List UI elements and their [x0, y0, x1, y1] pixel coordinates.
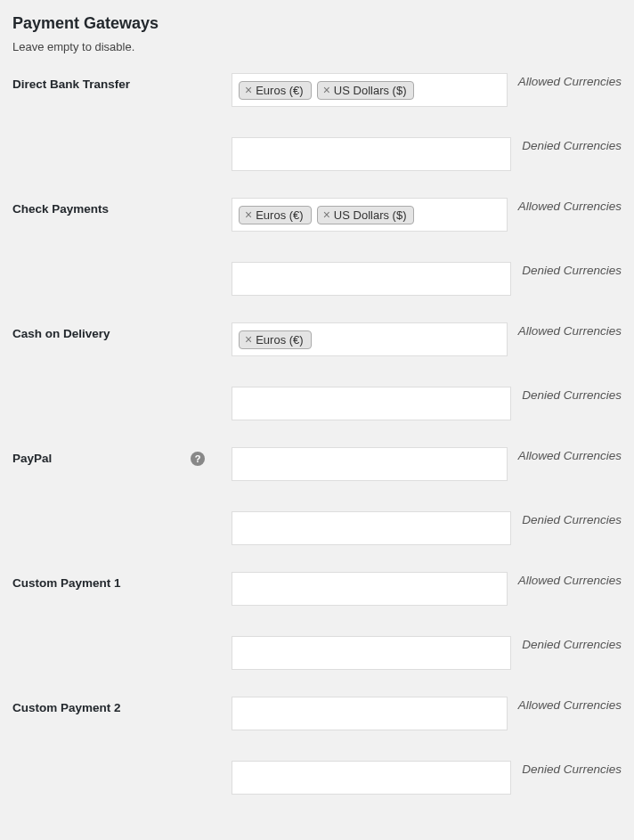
- currency-tag-label: Euros (€): [256, 333, 303, 347]
- allowed-currencies-row: ×Euros (€)×US Dollars ($)Allowed Currenc…: [232, 198, 622, 232]
- denied-currencies-input[interactable]: [232, 137, 511, 171]
- gateway-label: PayPal?: [12, 452, 217, 465]
- denied-currencies-row: Denied Currencies: [232, 387, 622, 420]
- allowed-currencies-label: Allowed Currencies: [518, 198, 622, 213]
- remove-tag-icon[interactable]: ×: [323, 208, 330, 221]
- gateway-custom-payment-2: Custom Payment 2Allowed CurrenciesDenied…: [12, 697, 622, 821]
- help-icon[interactable]: ?: [191, 452, 205, 466]
- section-title: Payment Gateways: [12, 14, 622, 33]
- denied-currencies-row: Denied Currencies: [232, 511, 622, 545]
- gateway-label: Check Payments: [12, 202, 217, 216]
- denied-currencies-input[interactable]: [232, 761, 511, 795]
- allowed-currencies-row: Allowed Currencies: [232, 572, 622, 606]
- currency-tag[interactable]: ×Euros (€): [239, 206, 312, 224]
- allowed-currencies-label: Allowed Currencies: [518, 447, 622, 462]
- allowed-currencies-row: ×Euros (€)Allowed Currencies: [232, 322, 622, 356]
- allowed-currencies-input[interactable]: ×Euros (€)×US Dollars ($): [232, 198, 508, 232]
- denied-currencies-label: Denied Currencies: [522, 387, 622, 402]
- denied-currencies-input[interactable]: [232, 262, 511, 296]
- allowed-currencies-row: Allowed Currencies: [232, 447, 622, 481]
- gateway-name: Cash on Delivery: [12, 327, 110, 340]
- denied-currencies-row: Denied Currencies: [232, 137, 622, 171]
- gateway-paypal: PayPal?Allowed CurrenciesDenied Currenci…: [12, 447, 622, 572]
- section-description: Leave empty to disable.: [12, 40, 622, 53]
- denied-currencies-row: Denied Currencies: [232, 262, 622, 296]
- gateway-custom-payment-1: Custom Payment 1Allowed CurrenciesDenied…: [12, 572, 622, 697]
- gateway-label: Custom Payment 2: [12, 701, 217, 714]
- currency-tag[interactable]: ×Euros (€): [239, 81, 312, 100]
- denied-currencies-label: Denied Currencies: [522, 511, 622, 526]
- gateway-check-payments: Check Payments×Euros (€)×US Dollars ($)A…: [12, 198, 622, 322]
- allowed-currencies-input[interactable]: [232, 697, 508, 730]
- denied-currencies-input[interactable]: [232, 636, 511, 670]
- gateway-name: Custom Payment 2: [12, 701, 121, 714]
- gateway-label: Cash on Delivery: [12, 327, 217, 340]
- allowed-currencies-input[interactable]: [232, 447, 508, 481]
- currency-tag-label: US Dollars ($): [334, 84, 407, 97]
- allowed-currencies-input[interactable]: ×Euros (€)×US Dollars ($): [232, 73, 508, 107]
- gateway-name: Custom Payment 1: [12, 576, 121, 590]
- allowed-currencies-row: Allowed Currencies: [232, 697, 622, 730]
- allowed-currencies-label: Allowed Currencies: [518, 73, 622, 88]
- currency-tag-label: Euros (€): [256, 208, 303, 222]
- denied-currencies-input[interactable]: [232, 511, 511, 545]
- gateway-label: Custom Payment 1: [12, 576, 217, 590]
- currency-tag[interactable]: ×US Dollars ($): [317, 206, 415, 224]
- denied-currencies-label: Denied Currencies: [522, 137, 622, 152]
- denied-currencies-label: Denied Currencies: [522, 262, 622, 277]
- currency-tag-label: US Dollars ($): [334, 208, 407, 222]
- gateway-name: PayPal: [12, 452, 52, 465]
- allowed-currencies-input[interactable]: ×Euros (€): [232, 322, 508, 356]
- remove-tag-icon[interactable]: ×: [245, 84, 252, 96]
- remove-tag-icon[interactable]: ×: [245, 208, 252, 221]
- gateway-name: Check Payments: [12, 202, 109, 216]
- remove-tag-icon[interactable]: ×: [323, 84, 330, 96]
- currency-tag[interactable]: ×US Dollars ($): [317, 81, 415, 100]
- allowed-currencies-label: Allowed Currencies: [518, 572, 622, 587]
- gateway-name: Direct Bank Transfer: [12, 77, 130, 91]
- remove-tag-icon[interactable]: ×: [245, 333, 252, 346]
- denied-currencies-label: Denied Currencies: [522, 761, 622, 776]
- allowed-currencies-label: Allowed Currencies: [518, 322, 622, 338]
- allowed-currencies-input[interactable]: [232, 572, 508, 606]
- gateway-label: Direct Bank Transfer: [12, 77, 217, 91]
- gateway-cash-on-delivery: Cash on Delivery×Euros (€)Allowed Curren…: [12, 322, 622, 447]
- denied-currencies-label: Denied Currencies: [522, 636, 622, 651]
- gateway-direct-bank-transfer: Direct Bank Transfer×Euros (€)×US Dollar…: [12, 73, 622, 198]
- allowed-currencies-row: ×Euros (€)×US Dollars ($)Allowed Currenc…: [232, 73, 622, 107]
- currency-tag[interactable]: ×Euros (€): [239, 330, 312, 349]
- allowed-currencies-label: Allowed Currencies: [518, 697, 622, 712]
- currency-tag-label: Euros (€): [256, 84, 303, 97]
- denied-currencies-row: Denied Currencies: [232, 636, 622, 670]
- denied-currencies-input[interactable]: [232, 387, 511, 420]
- denied-currencies-row: Denied Currencies: [232, 761, 622, 795]
